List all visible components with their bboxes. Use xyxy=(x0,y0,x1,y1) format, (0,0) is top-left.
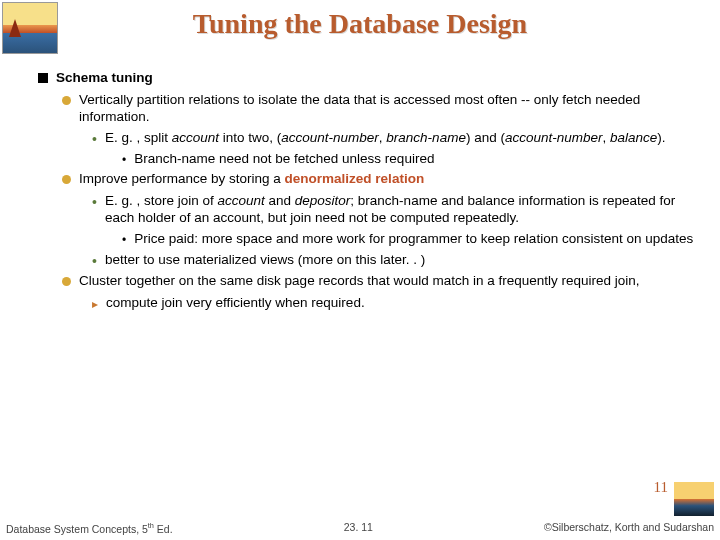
bullet-price-paid: • Price paid: more space and more work f… xyxy=(122,231,700,248)
heading-schema-tuning: Schema tuning xyxy=(38,70,700,88)
dot-bullet-icon: • xyxy=(122,234,126,248)
footer-left: Database System Concepts, 5th Ed. xyxy=(6,521,173,535)
bullet-materialized-views: • better to use materialized views (more… xyxy=(92,252,700,269)
logo-top-left xyxy=(2,2,58,54)
disc-bullet-icon xyxy=(62,175,71,184)
bullet-vertical-partition: Vertically partition relations to isolat… xyxy=(62,92,700,126)
square-bullet-icon xyxy=(38,73,48,83)
arrow-bullet-icon: ▸ xyxy=(92,298,98,312)
denormalized-term: denormalized relation xyxy=(285,171,425,186)
bullet-branch-name-note: • Branch-name need not be fetched unless… xyxy=(122,151,700,168)
footer: Database System Concepts, 5th Ed. 23. 11… xyxy=(6,521,714,535)
footer-center: 23. 11 xyxy=(173,521,544,535)
logo-bottom-right xyxy=(674,482,714,516)
disc-bullet-icon xyxy=(62,96,71,105)
slide-body: Schema tuning Vertically partition relat… xyxy=(38,70,700,316)
dot-bullet-icon: • xyxy=(92,195,97,227)
bullet-store-join-example: • E. g. , store join of account and depo… xyxy=(92,193,700,227)
footer-right: ©Silberschatz, Korth and Sudarshan xyxy=(544,521,714,535)
bullet-compute-join: ▸ compute join very efficiently when req… xyxy=(92,295,700,312)
dot-bullet-icon: • xyxy=(122,154,126,168)
bullet-split-account-example: • E. g. , split account into two, (accou… xyxy=(92,130,700,147)
dot-bullet-icon: • xyxy=(92,254,97,269)
slide-number: 11 xyxy=(654,479,668,496)
disc-bullet-icon xyxy=(62,277,71,286)
slide-title: Tuning the Database Design xyxy=(0,0,720,40)
dot-bullet-icon: • xyxy=(92,132,97,147)
bullet-cluster: Cluster together on the same disk page r… xyxy=(62,273,700,291)
bullet-denormalized: Improve performance by storing a denorma… xyxy=(62,171,700,189)
